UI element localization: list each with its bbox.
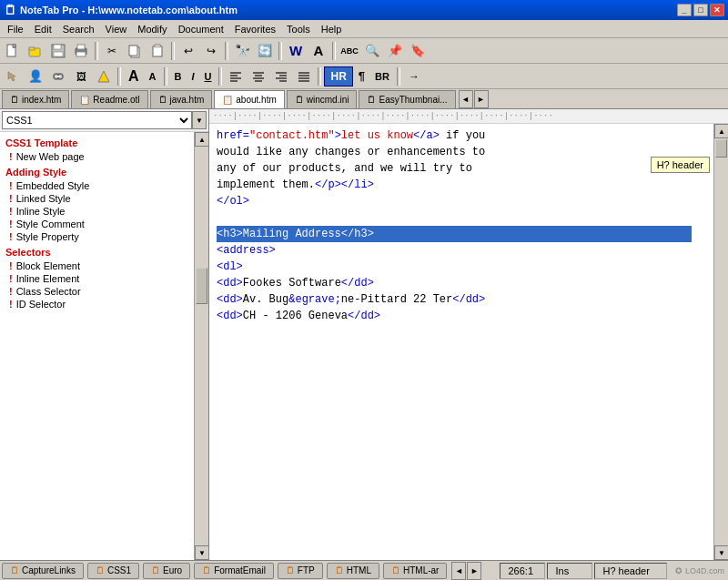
tab-easy-thumbnail[interactable]: 🗒 EasyThumbnai... xyxy=(359,90,455,108)
bullet-icon-6: ! xyxy=(9,231,13,242)
redo-button[interactable]: ↪ xyxy=(200,41,222,61)
status-tab-ftp[interactable]: 🗒 FTP xyxy=(278,563,323,579)
replace-button[interactable]: 🔄 xyxy=(254,41,276,61)
paste-button[interactable] xyxy=(147,41,168,61)
italic-button[interactable]: I xyxy=(187,66,198,86)
status-tab-euro[interactable]: 🗒 Euro xyxy=(143,563,190,579)
editor-line-blank xyxy=(217,209,706,226)
person-button[interactable]: 👤 xyxy=(25,66,46,86)
tab-readme-otl[interactable]: 📋 Readme.otl xyxy=(71,90,147,108)
menu-search[interactable]: Search xyxy=(57,22,100,36)
find-button[interactable]: 🔭 xyxy=(231,41,253,61)
app-icon: 🗒 xyxy=(4,3,16,17)
menu-tools[interactable]: Tools xyxy=(281,22,316,36)
copy-button[interactable] xyxy=(124,41,146,61)
image-button[interactable]: 🖼 xyxy=(70,66,92,86)
color-button[interactable] xyxy=(93,66,115,86)
sidebar: CSS1 CSS2 HTML ▼ CSS1 Template ! New Web… xyxy=(0,109,209,560)
status-tab-icon-6: 🗒 xyxy=(335,565,344,575)
sidebar-scrollbar[interactable]: ▲ ▼ xyxy=(194,132,208,560)
editor-scroll-thumb[interactable] xyxy=(715,139,727,158)
editor-ruler: ····|····|····|····|····|····|····|····|… xyxy=(209,109,728,124)
hr-button[interactable]: HR xyxy=(324,66,352,86)
align-center-button[interactable] xyxy=(248,66,269,86)
status-tab-capture-links[interactable]: 🗒 CaptureLinks xyxy=(2,563,84,579)
search2-button[interactable]: 🔍 xyxy=(361,41,383,61)
cut-button[interactable]: ✂ xyxy=(101,41,123,61)
tabs-next-button[interactable]: ► xyxy=(474,90,489,108)
font-a-button[interactable]: A xyxy=(308,41,329,61)
sidebar-item-block-element[interactable]: ! Block Element xyxy=(0,259,194,272)
status-tab-html-ar[interactable]: 🗒 HTML-ar xyxy=(383,563,447,579)
underline-button[interactable]: U xyxy=(200,66,217,86)
editor-scroll-up[interactable]: ▲ xyxy=(714,124,728,138)
tab-icon-wincmd: 🗒 xyxy=(295,95,304,105)
link-button[interactable] xyxy=(47,66,69,86)
tab-about-htm[interactable]: 📋 about.htm xyxy=(214,90,284,108)
menu-favorites[interactable]: Favorites xyxy=(229,22,281,36)
bookmark-button[interactable]: 🔖 xyxy=(407,41,429,61)
spell-button[interactable]: ABC xyxy=(339,41,360,61)
clip-button[interactable]: 📌 xyxy=(384,41,406,61)
close-button[interactable]: ✕ xyxy=(710,4,724,16)
sidebar-scroll-thumb[interactable] xyxy=(196,268,207,304)
status-tab-html[interactable]: 🗒 HTML xyxy=(327,563,379,579)
font-large-button[interactable]: A xyxy=(124,66,144,86)
menu-edit[interactable]: Edit xyxy=(29,22,57,36)
sidebar-scroll-down[interactable]: ▼ xyxy=(195,545,208,560)
justify-button[interactable] xyxy=(293,66,315,86)
sidebar-scroll-up[interactable]: ▲ xyxy=(195,132,208,147)
toolbar-sep-1 xyxy=(95,42,98,60)
svg-marker-17 xyxy=(98,71,109,82)
sidebar-item-linked-style[interactable]: ! Linked Style xyxy=(0,192,194,205)
sidebar-item-style-property[interactable]: ! Style Property xyxy=(0,230,194,243)
editor-content[interactable]: href="contact.htm">let us know</a> if yo… xyxy=(209,124,713,560)
tab-wincmd-ini[interactable]: 🗒 wincmd.ini xyxy=(287,90,358,108)
paragraph-button[interactable]: ¶ xyxy=(354,66,369,86)
editor-scrollbar[interactable]: ▲ ▼ xyxy=(713,124,728,560)
tabs-prev-button[interactable]: ◄ xyxy=(459,90,473,108)
font-small-button[interactable]: A xyxy=(145,66,161,86)
bold-w-button[interactable]: W xyxy=(285,41,307,61)
sidebar-item-inline-element[interactable]: ! Inline Element xyxy=(0,272,194,285)
sidebar-item-new-web-page[interactable]: ! New Web page xyxy=(0,150,194,163)
menu-help[interactable]: Help xyxy=(316,22,348,36)
status-tabs-next[interactable]: ► xyxy=(467,562,481,580)
save-button[interactable] xyxy=(47,41,69,61)
maximize-button[interactable]: □ xyxy=(693,4,708,16)
open-button[interactable] xyxy=(25,41,46,61)
status-tab-css1[interactable]: 🗒 CSS1 xyxy=(87,563,139,579)
align-right-button[interactable] xyxy=(270,66,292,86)
toolbar2-sep-5 xyxy=(397,67,400,86)
bold-button[interactable]: B xyxy=(170,66,187,86)
undo-button[interactable]: ↩ xyxy=(177,41,199,61)
sidebar-dropdown-button[interactable]: ▼ xyxy=(192,111,207,129)
sidebar-item-class-selector[interactable]: ! Class Selector xyxy=(0,285,194,298)
next-button[interactable]: → xyxy=(403,66,425,86)
menu-modify[interactable]: Modify xyxy=(132,22,172,36)
tab-index-htm[interactable]: 🗒 index.htm xyxy=(2,90,69,108)
print-button[interactable] xyxy=(70,41,92,61)
svg-rect-13 xyxy=(155,45,160,47)
sidebar-select[interactable]: CSS1 CSS2 HTML xyxy=(2,111,192,129)
align-left-button[interactable] xyxy=(225,66,247,86)
minimize-button[interactable]: _ xyxy=(677,4,692,16)
menu-view[interactable]: View xyxy=(100,22,133,36)
sidebar-item-id-selector[interactable]: ! ID Selector xyxy=(0,298,194,310)
sidebar-label-style-comment: Style Comment xyxy=(16,219,85,229)
menu-file[interactable]: File xyxy=(2,22,29,36)
arrow-mode-button[interactable] xyxy=(2,66,24,86)
tab-java-htm[interactable]: 🗒 java.htm xyxy=(150,90,213,108)
status-tabs-prev[interactable]: ◄ xyxy=(451,562,466,580)
sidebar-item-style-comment[interactable]: ! Style Comment xyxy=(0,218,194,230)
new-button[interactable] xyxy=(2,41,24,61)
editor-scroll-down[interactable]: ▼ xyxy=(714,545,728,560)
menu-document[interactable]: Document xyxy=(173,22,229,36)
br-button[interactable]: BR xyxy=(370,66,394,86)
editor-line-3: any of our products, and we will try to xyxy=(217,160,706,177)
sidebar-section-adding-style: Adding Style xyxy=(0,163,194,179)
sidebar-item-embedded-style[interactable]: ! Embedded Style xyxy=(0,179,194,192)
status-tab-format-email[interactable]: 🗒 FormatEmail xyxy=(194,563,274,579)
status-tab-label-1: CaptureLinks xyxy=(22,565,76,575)
sidebar-item-inline-style[interactable]: ! Inline Style xyxy=(0,205,194,218)
